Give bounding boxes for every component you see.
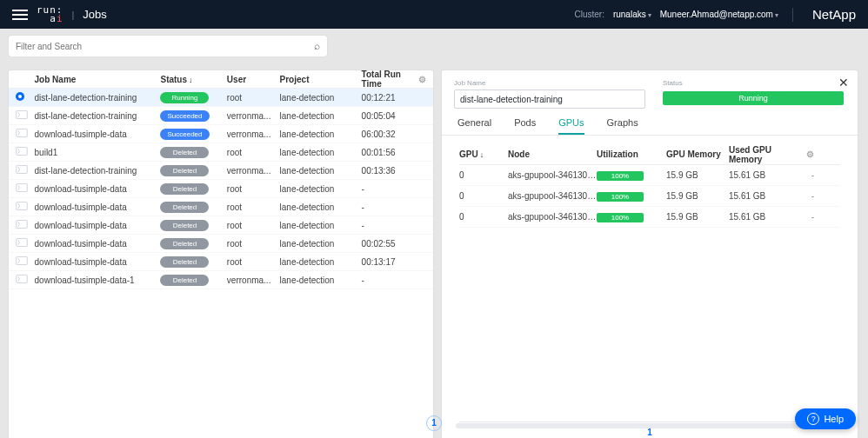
used-gpu-memory-cell: 15.61 GB (729, 191, 802, 201)
col-gpu-memory[interactable]: GPU Memory (666, 149, 729, 159)
tab-general[interactable]: General (457, 117, 491, 135)
table-row[interactable]: download-tusimple-dataDeletedrootlane-de… (9, 235, 433, 253)
svg-rect-0 (17, 110, 28, 118)
col-total-run-time[interactable]: Total Run Time (362, 70, 415, 89)
status-badge: Deleted (160, 256, 209, 268)
status-badge: Deleted (160, 165, 209, 176)
user-dropdown[interactable]: Muneer.Ahmad@netapp.com▾ (660, 10, 778, 19)
table-row[interactable]: download-tusimple-dataDeletedrootlane-de… (9, 198, 433, 216)
project-cell: lane-detection (280, 275, 362, 285)
project-cell: lane-detection (280, 184, 362, 194)
project-cell: lane-detection (280, 166, 362, 176)
user-cell: root (227, 202, 280, 212)
table-row[interactable]: dist-lane-detection-trainingSucceededver… (9, 107, 433, 125)
tab-graphs[interactable]: Graphs (607, 117, 638, 135)
col-node[interactable]: Node (508, 149, 597, 159)
node-cell: aks-gpupool-34613062... (508, 212, 597, 222)
time-cell: 00:13:17 (362, 257, 415, 267)
job-type-icon (16, 183, 28, 192)
col-utilization[interactable]: Utilization (597, 149, 666, 159)
cluster-dropdown[interactable]: runalaks▾ (613, 10, 651, 19)
page-number[interactable]: 1 (426, 415, 442, 431)
tab-gpus[interactable]: GPUs (558, 117, 584, 135)
tab-pods[interactable]: Pods (514, 117, 536, 135)
job-name-cell: download-tusimple-data (35, 184, 161, 194)
detail-panel: ✕ Job Name Status Running GeneralPodsGPU… (442, 70, 858, 438)
table-row[interactable]: download-tusimple-data-1Deletedverronma.… (9, 271, 433, 289)
col-project[interactable]: Project (280, 75, 362, 84)
user-cell: root (227, 221, 280, 230)
job-type-icon (16, 202, 28, 210)
status-badge: Deleted (160, 238, 209, 249)
col-gpu[interactable]: GPU↓ (459, 149, 508, 159)
page-title: Jobs (83, 8, 106, 21)
col-user[interactable]: User (227, 75, 280, 84)
time-cell: - (362, 184, 415, 194)
table-row[interactable]: dist-lane-detection-trainingRunningrootl… (9, 89, 433, 107)
help-icon: ? (807, 413, 819, 425)
job-name-cell: download-tusimple-data-1 (35, 275, 161, 285)
user-cell: root (227, 93, 280, 103)
table-row[interactable]: download-tusimple-dataDeletedrootlane-de… (9, 216, 433, 235)
radio-selected-icon[interactable] (16, 92, 24, 101)
job-type-icon (16, 238, 28, 247)
time-cell: 06:00:32 (362, 129, 415, 139)
job-type-icon (16, 147, 28, 156)
project-cell: lane-detection (280, 93, 362, 103)
job-type-icon (16, 275, 28, 283)
svg-rect-3 (17, 165, 28, 173)
cluster-label: Cluster: (574, 10, 604, 19)
time-cell: - (362, 202, 415, 212)
job-name-cell: download-tusimple-data (35, 221, 161, 230)
dash-cell: - (802, 191, 814, 201)
job-type-icon (16, 220, 28, 229)
table-row[interactable]: 0aks-gpupool-34613062...100%15.9 GB15.61… (459, 186, 840, 207)
status-badge: Deleted (160, 147, 209, 158)
status-badge: Deleted (160, 183, 209, 195)
utilization-badge: 100% (597, 171, 644, 181)
divider: | (72, 10, 75, 20)
close-icon[interactable]: ✕ (838, 76, 849, 90)
menu-icon[interactable] (12, 10, 28, 20)
job-type-icon (16, 110, 28, 119)
svg-rect-2 (17, 147, 28, 155)
topbar: run: ai | Jobs Cluster: runalaks▾ Muneer… (0, 0, 868, 29)
user-cell: verronma... (227, 275, 280, 285)
status-badge: Running (663, 91, 844, 105)
table-row[interactable]: build1Deletedrootlane-detection00:01:56 (9, 143, 433, 162)
job-name-cell: download-tusimple-data (35, 129, 161, 139)
time-cell: - (362, 275, 415, 285)
table-row[interactable]: download-tusimple-dataSucceededverronma.… (9, 125, 433, 143)
gpu-id-cell: 0 (459, 170, 508, 180)
user-cell: root (227, 239, 280, 249)
table-row[interactable]: download-tusimple-dataDeletedrootlane-de… (9, 180, 433, 198)
job-type-icon (16, 129, 28, 137)
time-cell: 00:05:04 (362, 111, 415, 121)
search-input[interactable] (16, 42, 314, 51)
chevron-down-icon: ▾ (648, 11, 651, 19)
time-cell: 00:13:36 (362, 166, 415, 176)
help-button[interactable]: ? Help (795, 408, 856, 429)
gear-icon[interactable]: ⚙ (802, 149, 814, 159)
table-row[interactable]: 0aks-gpupool-34613062...100%15.9 GB15.61… (459, 207, 840, 228)
table-row[interactable]: download-tusimple-dataDeletedrootlane-de… (9, 253, 433, 271)
table-row[interactable]: 0aks-gpupool-34613062...100%15.9 GB15.61… (459, 165, 840, 186)
dash-cell: - (802, 170, 814, 180)
used-gpu-memory-cell: 15.61 GB (729, 170, 802, 180)
gpu-memory-cell: 15.9 GB (666, 212, 729, 222)
job-type-icon (16, 165, 28, 174)
search-box[interactable]: ⌕ (9, 36, 327, 56)
gpu-memory-cell: 15.9 GB (666, 191, 729, 201)
svg-rect-1 (17, 129, 28, 136)
svg-rect-7 (17, 238, 28, 246)
chevron-down-icon: ▾ (775, 11, 778, 19)
job-name-input[interactable] (454, 90, 645, 109)
divider (792, 8, 793, 22)
col-used-gpu-memory[interactable]: Used GPU Memory (729, 145, 802, 164)
col-job-name[interactable]: Job Name (35, 75, 161, 84)
col-status[interactable]: Status↓ (160, 75, 226, 84)
gear-icon[interactable]: ⚙ (414, 75, 426, 84)
search-icon[interactable]: ⌕ (314, 40, 320, 52)
job-name-cell: dist-lane-detection-training (35, 93, 161, 103)
table-row[interactable]: dist-lane-detection-trainingDeletedverro… (9, 162, 433, 180)
